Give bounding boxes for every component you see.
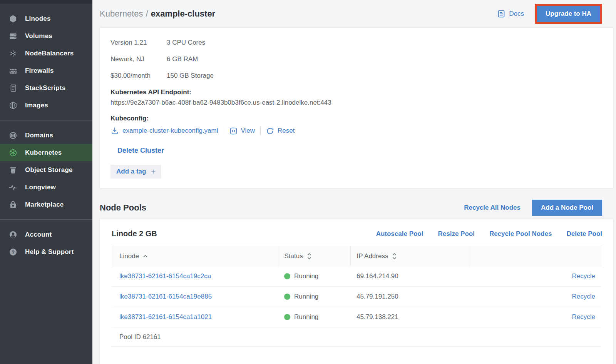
svg-text:?: ? [12,249,15,255]
linode-icon [8,14,18,23]
breadcrumb-separator: / [146,9,148,18]
api-endpoint-url: https://9e2a7307-b6ac-408f-ba62-9483b0b3… [110,99,602,107]
sidebar-item-longview[interactable]: Longview [0,179,92,196]
sidebar-divider [0,219,92,220]
status-dot-icon [284,273,290,279]
sidebar-divider [0,120,92,120]
shopping-bag-icon [8,200,18,209]
sidebar-top-strip [0,0,92,4]
divider [260,127,261,135]
spec-region: Newark, NJ [110,54,167,64]
sidebar-item-volumes[interactable]: Volumes [0,27,92,45]
table-header-row: Linode Status IP Address [112,246,601,266]
status-label: Running [294,272,318,280]
sidebar-item-label: Domains [25,132,53,139]
ip-address: 69.164.214.90 [350,266,469,287]
pool-header: Linode 2 GB Autoscale Pool Resize Pool R… [100,229,613,238]
delete-cluster-button[interactable]: Delete Cluster [117,147,164,155]
main-content: Kubernetes/example-cluster Docs Upgrade … [92,0,616,364]
sidebar-item-label: Linodes [25,15,51,23]
sidebar-item-marketplace[interactable]: Marketplace [0,196,92,213]
sidebar-item-linodes[interactable]: Linodes [0,10,92,27]
cluster-summary-card: Version 1.21 3 CPU Cores Newark, NJ 6 GB… [100,28,613,188]
recycle-link[interactable]: Recycle [572,313,595,321]
sidebar-item-nodebalancers[interactable]: NodeBalancers [0,45,92,62]
sidebar-item-label: StackScripts [25,84,65,92]
pool-id-row: Pool ID 62161 [112,327,601,347]
add-tag-button[interactable]: Add a tag + [110,165,161,179]
page-header: Kubernetes/example-cluster Docs Upgrade … [100,0,613,28]
spec-version: Version 1.21 [110,38,167,47]
node-link[interactable]: lke38731-62161-6154ca19e885 [119,293,212,300]
docs-link[interactable]: Docs [497,10,524,18]
header-actions: Docs Upgrade to HA [497,4,602,24]
recycle-pool-nodes-link[interactable]: Recycle Pool Nodes [489,230,552,238]
sidebar-item-label: Longview [25,184,56,191]
spec-storage: 150 GB Storage [167,71,602,80]
domains-icon [8,131,18,140]
kubeconfig-reset-link[interactable]: Reset [266,127,295,135]
kubeconfig-view-link[interactable]: View [229,127,255,135]
sidebar-item-label: Images [25,102,48,109]
status-badge: Running [284,266,344,286]
status-label: Running [294,313,318,321]
sidebar-item-stackscripts[interactable]: StackScripts [0,79,92,97]
add-node-pool-button[interactable]: Add a Node Pool [532,200,602,216]
add-tag-label: Add a tag [116,168,146,175]
column-label: Linode [119,252,139,260]
cluster-specs: Version 1.21 3 CPU Cores Newark, NJ 6 GB… [110,38,602,80]
node-pools-actions: Recycle All Nodes Add a Node Pool [464,200,602,216]
sidebar-group-account: Account ? Help & Support [0,226,92,260]
autoscale-pool-link[interactable]: Autoscale Pool [376,230,424,238]
kubeconfig-label: Kubeconfig: [110,115,602,122]
column-header-actions [469,246,601,266]
sidebar-item-help-support[interactable]: ? Help & Support [0,243,92,260]
sidebar-group-compute: Linodes Volumes NodeBalancers [0,10,92,114]
node-link[interactable]: lke38731-62161-6154ca19c2ca [119,272,211,280]
pool-actions: Autoscale Pool Resize Pool Recycle Pool … [376,230,602,238]
sidebar-item-images[interactable]: Images [0,97,92,114]
recycle-link[interactable]: Recycle [572,272,595,280]
table-row: lke38731-62161-6154ca19c2ca Running 69.1… [112,266,601,287]
docs-icon [497,10,506,18]
status-badge: Running [284,307,344,327]
node-pools-title: Node Pools [100,203,146,213]
column-header-status[interactable]: Status [278,246,350,266]
pool-id: Pool ID 62161 [112,327,601,347]
sort-asc-icon [143,254,148,258]
sort-icon [392,253,397,260]
sidebar-item-object-storage[interactable]: Object Storage [0,161,92,179]
table-row: lke38731-62161-6154ca1a1021 Running 45.7… [112,307,601,327]
spec-ram: 6 GB RAM [167,54,602,64]
column-label: IP Address [357,252,388,260]
pulse-icon [8,183,18,192]
sidebar-item-firewalls[interactable]: Firewalls [0,62,92,79]
question-icon: ? [8,247,18,257]
column-header-ip[interactable]: IP Address [350,246,469,266]
volumes-icon [8,32,18,41]
nodebalancers-icon [8,49,18,58]
kubeconfig-filename: example-cluster-kubeconfig.yaml [122,127,218,135]
delete-pool-link[interactable]: Delete Pool [566,230,602,238]
breadcrumb-kubernetes-link[interactable]: Kubernetes [100,9,143,18]
refresh-icon [266,127,274,135]
recycle-all-nodes-link[interactable]: Recycle All Nodes [464,204,521,212]
sidebar-item-label: Volumes [25,32,52,40]
sidebar-item-account[interactable]: Account [0,226,92,243]
recycle-link[interactable]: Recycle [572,293,595,300]
kubeconfig-download-link[interactable]: example-cluster-kubeconfig.yaml [110,127,218,135]
column-header-linode[interactable]: Linode [112,246,278,266]
firewalls-icon [8,66,18,75]
sidebar-item-label: Account [25,231,52,239]
resize-pool-link[interactable]: Resize Pool [438,230,474,238]
code-view-icon [229,127,238,135]
node-link[interactable]: lke38731-62161-6154ca1a1021 [119,313,212,321]
kubeconfig-actions: example-cluster-kubeconfig.yaml View Res… [110,127,602,135]
sidebar-item-kubernetes[interactable]: Kubernetes [0,144,92,161]
upgrade-to-ha-button[interactable]: Upgrade to HA [537,6,600,22]
sidebar-item-label: Kubernetes [25,149,62,157]
reset-label: Reset [278,127,295,135]
account-icon [8,230,18,239]
status-badge: Running [284,287,344,307]
sidebar-item-domains[interactable]: Domains [0,127,92,144]
